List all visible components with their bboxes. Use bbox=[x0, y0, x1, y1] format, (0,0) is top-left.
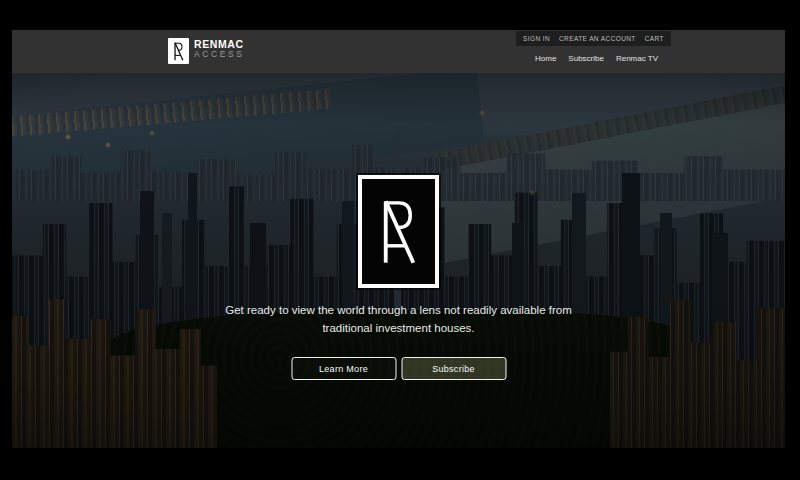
brand[interactable]: RENMAC ACCESS bbox=[168, 38, 245, 64]
letterbox: { "brand": { "name": "RENMAC", "subname"… bbox=[0, 0, 800, 480]
ra-monogram-icon bbox=[375, 192, 421, 272]
main-nav: Home Subscribe Renmac TV bbox=[535, 54, 658, 63]
tagline-line1: Get ready to view the world through a le… bbox=[225, 304, 571, 316]
nav-renmac-tv[interactable]: Renmac TV bbox=[616, 54, 658, 63]
hero-logo bbox=[358, 175, 439, 288]
site-header: RENMAC ACCESS SIGN IN CREATE AN ACCOUNT … bbox=[12, 30, 785, 73]
brand-subname: ACCESS bbox=[194, 50, 245, 60]
learn-more-button[interactable]: Learn More bbox=[291, 357, 396, 380]
nav-home[interactable]: Home bbox=[535, 54, 556, 63]
brand-logo bbox=[168, 38, 189, 64]
subscribe-button[interactable]: Subscribe bbox=[401, 357, 506, 380]
ra-monogram-icon bbox=[172, 41, 185, 62]
tagline-line2: traditional investment houses. bbox=[322, 322, 474, 334]
brand-text: RENMAC ACCESS bbox=[194, 38, 245, 60]
hero-tagline: Get ready to view the world through a le… bbox=[12, 302, 785, 338]
nav-subscribe[interactable]: Subscribe bbox=[568, 54, 604, 63]
hero-section: Get ready to view the world through a le… bbox=[12, 73, 785, 448]
cart-link[interactable]: CART bbox=[645, 35, 664, 42]
sign-in-link[interactable]: SIGN IN bbox=[523, 35, 550, 42]
create-account-link[interactable]: CREATE AN ACCOUNT bbox=[559, 35, 636, 42]
cta-buttons: Learn More Subscribe bbox=[291, 357, 506, 380]
site-page: RENMAC ACCESS SIGN IN CREATE AN ACCOUNT … bbox=[12, 30, 785, 448]
account-nav: SIGN IN CREATE AN ACCOUNT CART bbox=[516, 31, 671, 46]
